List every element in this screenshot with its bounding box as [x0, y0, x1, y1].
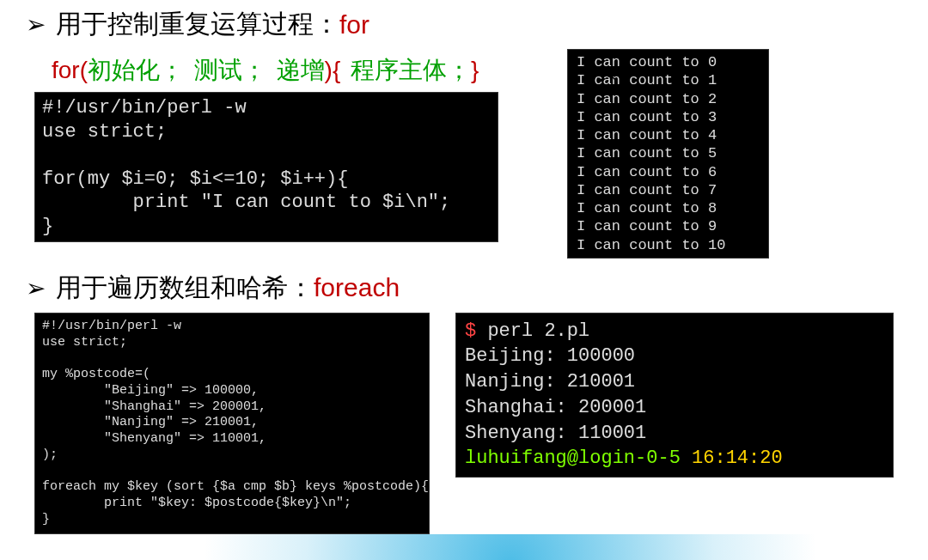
term-time: 16:14:20	[692, 447, 783, 469]
section2-keyword: foreach	[314, 273, 400, 302]
bullet-chevron-icon: ➢	[26, 274, 46, 302]
for-code-terminal: #!/usr/bin/perl -w use strict; for(my $i…	[34, 92, 498, 242]
term-user-host: luhuifang@login-0-5	[465, 447, 692, 469]
for-syntax-p4: 程序主体；	[351, 57, 471, 83]
bullet-chevron-icon: ➢	[26, 10, 46, 39]
for-syntax-p1: for(	[52, 57, 88, 83]
term-prompt-cmd: perl 2.pl	[487, 320, 589, 342]
for-output-terminal: I can count to 0 I can count to 1 I can …	[567, 49, 769, 259]
for-syntax-line: for(初始化； 测试； 递增){ 程序主体；}	[0, 54, 498, 87]
for-syntax-p3: ){	[325, 57, 351, 83]
foreach-output-lines: Beijing: 100000 Nanjing: 210001 Shanghai…	[465, 345, 646, 443]
section1-keyword: for	[339, 10, 369, 40]
foreach-code-terminal: #!/usr/bin/perl -w use strict; my %postc…	[34, 313, 430, 534]
for-syntax-p5: }	[471, 57, 479, 83]
section1-title: 用于控制重复运算过程：	[56, 7, 339, 42]
for-syntax-p2: 初始化； 测试； 递增	[88, 57, 325, 83]
cursor-icon: ↖	[606, 67, 619, 86]
section2-title: 用于遍历数组和哈希：	[56, 271, 314, 306]
decorative-wave	[0, 534, 928, 560]
foreach-output-terminal: $ perl 2.pl Beijing: 100000 Nanjing: 210…	[455, 313, 894, 478]
term-prompt-symbol: $	[465, 320, 487, 342]
